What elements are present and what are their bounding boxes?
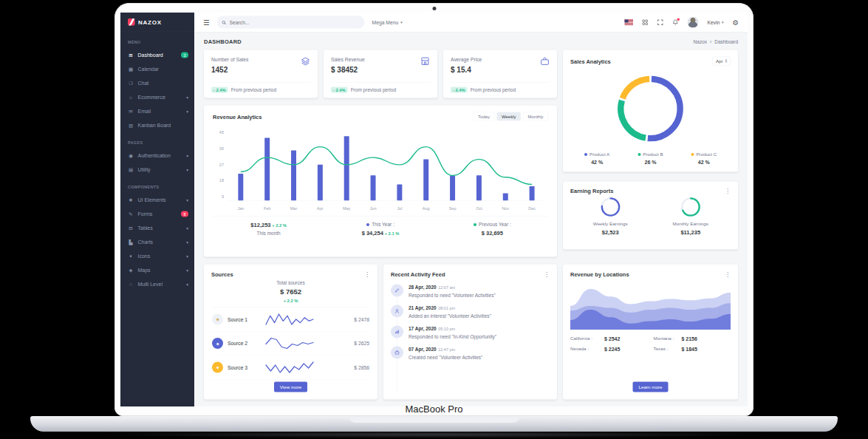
sparkle-icon: ✦ <box>128 253 134 259</box>
this-year-value: $ 34,254 <box>362 230 383 236</box>
settings-gear-icon[interactable]: ⚙ <box>732 18 739 27</box>
hamburger-menu-icon[interactable]: ☰ <box>203 18 210 27</box>
sidebar-item-chat[interactable]: ❍Chat <box>120 76 194 90</box>
user-icon <box>391 305 403 318</box>
learn-more-button[interactable]: Learn more <box>633 382 669 392</box>
chevron-down-icon: ▾ <box>722 20 724 24</box>
legend-item-product-c: Product C 42 % <box>677 152 731 166</box>
delta-badge: - 2.4% <box>331 87 348 93</box>
this-year-delta: + 2.1 % <box>385 231 400 236</box>
breadcrumb-separator: › <box>710 39 711 45</box>
sidebar-item-dashboard[interactable]: ⊞Dashboard3 <box>120 48 194 62</box>
stat-value: 1452 <box>211 66 248 75</box>
location-value: $ 2245 <box>604 346 654 352</box>
chevron-down-icon: ▾ <box>186 253 188 259</box>
sidebar-item-utility[interactable]: ▤Utility▾ <box>120 163 194 177</box>
source-row-2[interactable]: ◈ Source 2 $ 2625 <box>211 332 370 356</box>
more-menu-icon[interactable]: ⋮ <box>364 271 370 277</box>
svg-text:May: May <box>343 206 351 211</box>
pencil-icon: ✎ <box>128 211 134 217</box>
earning-reports-card: Earning Reports ⋮ Weekly Earnings $2,523 <box>563 182 738 250</box>
sidebar-item-authentication[interactable]: ◉Authentication▾ <box>120 149 194 163</box>
chevron-down-icon: ▾ <box>186 239 188 245</box>
sidebar-item-multi-level[interactable]: ∴Multi Level▾ <box>120 277 194 291</box>
svg-text:27: 27 <box>219 163 224 167</box>
briefcase-icon <box>540 57 550 67</box>
fullscreen-icon[interactable] <box>657 19 664 26</box>
sidebar-item-charts[interactable]: ▙Charts▾ <box>120 235 194 249</box>
view-more-button[interactable]: View more <box>274 382 307 392</box>
chevron-down-icon: ▾ <box>186 95 188 100</box>
activity-date: 17 Apr, 202005:10 pm <box>409 326 455 332</box>
legend-item-product-b: Product B 26 % <box>623 152 677 166</box>
earning-grid: Weekly Earnings $2,523 Monthly Earnings … <box>570 197 731 235</box>
breadcrumb: Nazox › Dashboard <box>694 39 738 45</box>
more-menu-icon[interactable]: ⋮ <box>725 271 731 277</box>
breadcrumb-root[interactable]: Nazox <box>694 39 707 45</box>
sidebar-item-ecommerce[interactable]: ⌂Ecommerce▾ <box>120 90 194 104</box>
sidebar-item-label: Tables <box>138 225 153 231</box>
search-input[interactable] <box>229 19 360 26</box>
page-head: DASHBOARD Nazox › Dashboard <box>194 32 748 50</box>
location-value: $ 2542 <box>604 336 654 341</box>
search-box[interactable] <box>217 16 365 29</box>
brand-logo[interactable]: NAZOX <box>120 13 194 32</box>
svg-text:Aug: Aug <box>423 206 430 211</box>
topbar: ☰ Mega Menu ▾ <box>194 13 748 32</box>
previous-year-dot <box>474 223 476 226</box>
month-select[interactable]: Apr ▴▾ <box>712 57 731 66</box>
svg-text:Dec: Dec <box>528 206 536 211</box>
language-flag-icon[interactable] <box>625 19 634 25</box>
stat-note: From previous period <box>471 87 516 93</box>
sidebar-item-calendar[interactable]: ▦Calendar <box>120 62 194 76</box>
more-menu-icon[interactable]: ⋮ <box>544 271 550 277</box>
range-button-weekly[interactable]: Weekly <box>496 112 521 121</box>
more-menu-icon[interactable]: ⋮ <box>725 188 731 194</box>
stat-card-number-of-sales: Number of Sales 1452 - 2.4% <box>204 50 318 98</box>
earning-value: $11,235 <box>651 229 731 236</box>
chevron-down-icon: ▾ <box>186 109 188 114</box>
previous-year-label: Previous Year : <box>479 222 511 228</box>
legend-value: 26 % <box>623 160 677 166</box>
select-arrows-icon: ▴▾ <box>725 58 727 64</box>
weekly-radial-chart <box>570 197 651 219</box>
macbook-mockup: NAZOX MENU⊞Dashboard3▦Calendar❍Chat⌂Ecom… <box>0 0 868 439</box>
stats-row: Number of Sales 1452 - 2.4% <box>204 50 557 98</box>
sidebar-item-tables[interactable]: ⊟Tables▾ <box>120 221 194 235</box>
sidebar-item-maps[interactable]: ◈Maps▾ <box>120 263 194 277</box>
sidebar-item-kanban-board[interactable]: ▥Kanban Board <box>120 118 194 132</box>
range-button-monthly[interactable]: Monthly <box>523 112 548 121</box>
activity-text: Created need "Volunteer Activities" <box>409 355 482 361</box>
sidebar-item-ui-elements[interactable]: ❖UI Elements▾ <box>120 193 194 207</box>
stat-label: Average Price <box>451 57 482 63</box>
source-name: Source 3 <box>228 364 259 370</box>
apps-grid-icon[interactable] <box>642 19 649 26</box>
share-nodes-icon: ∴ <box>128 282 134 287</box>
mega-menu-button[interactable]: Mega Menu ▾ <box>372 19 403 25</box>
recent-activity-card: Recent Activity Feed ⋮ 28 Apr, 202012:07… <box>383 265 557 400</box>
source-row-1[interactable]: ◈ Source 1 $ 2478 <box>211 307 370 332</box>
sidebar-menu: MENU⊞Dashboard3▦Calendar❍Chat⌂Ecommerce▾… <box>120 32 194 291</box>
user-menu[interactable]: Kevin ▾ <box>708 19 724 25</box>
sidebar-item-email[interactable]: ✉Email▾ <box>120 104 194 118</box>
earning-value: $2,523 <box>570 229 651 236</box>
source-row-3[interactable]: ◈ Source 3 $ 2856 <box>211 355 370 380</box>
chart-icon <box>391 326 403 338</box>
svg-text:Nov: Nov <box>502 206 509 211</box>
sidebar-item-label: Dashboard <box>138 52 163 58</box>
sidebar-item-label: UI Elements <box>138 197 166 203</box>
notifications-bell-icon[interactable] <box>672 19 679 26</box>
stat-value: $ 38452 <box>331 66 365 75</box>
range-button-today[interactable]: Today <box>473 112 494 121</box>
user-avatar[interactable] <box>688 17 699 28</box>
legend-item-product-a: Product A 42 % <box>570 152 623 166</box>
legend-value: 42 % <box>677 160 731 166</box>
activity-item: 07 Apr, 202012:47 pmCreated need "Volunt… <box>391 343 550 364</box>
sidebar-item-forms[interactable]: ✎Forms8 <box>120 207 194 221</box>
activity-time: 08:01 pm <box>438 306 455 310</box>
sidebar-item-label: Ecommerce <box>138 95 165 101</box>
storefront-icon: ⌂ <box>128 95 134 101</box>
card-title: Revenue by Locations <box>570 271 629 278</box>
locations-grid: California : $ 2542 Montana : $ 2156 Nev… <box>570 336 731 352</box>
sidebar-item-icons[interactable]: ✦Icons▾ <box>120 249 194 263</box>
